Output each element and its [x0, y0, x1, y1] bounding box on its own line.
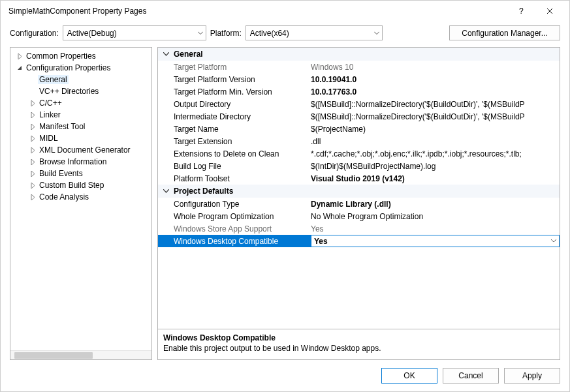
tree-item[interactable]: Configuration Properties	[10, 62, 151, 74]
expand-icon[interactable]	[27, 147, 38, 153]
cancel-button[interactable]: Cancel	[443, 368, 499, 384]
tree-item-label: MIDL	[38, 134, 59, 143]
property-row[interactable]: Windows Desktop CompatibleYes	[158, 235, 560, 247]
expand-icon[interactable]	[27, 183, 38, 188]
property-value: *.cdf;*.cache;*.obj;*.obj.enc;*.ilk;*.ip…	[311, 149, 560, 158]
collapse-icon[interactable]	[14, 65, 25, 71]
section-header[interactable]: Project Defaults	[158, 185, 560, 198]
tree-item[interactable]: Code Analysis	[10, 191, 151, 203]
expand-icon[interactable]	[27, 136, 38, 142]
tree-item-label: Common Properties	[25, 52, 97, 61]
tree-item[interactable]: Custom Build Step	[10, 179, 151, 191]
main-area: Common PropertiesConfiguration Propertie…	[1, 47, 569, 360]
property-name: Target Extension	[158, 137, 311, 146]
tree-item[interactable]: General	[10, 74, 151, 85]
tree-horizontal-scrollbar[interactable]	[10, 350, 151, 359]
help-icon: ?	[518, 8, 524, 14]
tree-item-label: Code Analysis	[38, 192, 90, 202]
property-row[interactable]: Whole Program OptimizationNo Whole Progr…	[158, 210, 560, 222]
close-button[interactable]	[535, 1, 564, 21]
property-name: Configuration Type	[158, 200, 311, 209]
property-row[interactable]: Intermediate Directory$([MSBuild]::Norma…	[158, 110, 560, 123]
property-row[interactable]: Target Extension.dll	[158, 135, 560, 147]
chevron-down-icon	[374, 31, 379, 35]
help-button[interactable]: ?	[507, 1, 535, 21]
dialog-footer: OK Cancel Apply	[1, 360, 569, 391]
property-row[interactable]: Build Log File$(IntDir)$(MSBuildProjectN…	[158, 160, 560, 172]
section-title: General	[174, 50, 203, 59]
apply-button[interactable]: Apply	[504, 368, 560, 384]
property-row[interactable]: Target Name$(ProjectName)	[158, 123, 560, 135]
tree-item[interactable]: Manifest Tool	[10, 121, 151, 132]
property-value: 10.0.17763.0	[311, 87, 560, 97]
expand-icon[interactable]	[27, 100, 38, 106]
expand-icon[interactable]	[27, 112, 38, 118]
expand-icon[interactable]	[27, 124, 38, 130]
property-value: $(ProjectName)	[311, 125, 560, 134]
configuration-dropdown[interactable]: Active(Debug)	[63, 25, 206, 40]
property-name: Output Directory	[158, 100, 311, 109]
property-name: Extensions to Delete on Clean	[158, 149, 311, 158]
tree-item-label: C/C++	[38, 98, 63, 108]
tree-item[interactable]: Browse Information	[10, 156, 151, 168]
tree-item[interactable]: MIDL	[10, 132, 151, 144]
svg-text:?: ?	[519, 8, 524, 14]
property-description: Windows Desktop Compatible Enable this p…	[157, 329, 560, 360]
tree-item-label: XML Document Generator	[38, 145, 132, 155]
ok-button[interactable]: OK	[381, 368, 437, 384]
property-row[interactable]: Output Directory$([MSBuild]::NormalizeDi…	[158, 98, 560, 110]
expand-icon[interactable]	[14, 53, 25, 59]
tree-item[interactable]: Build Events	[10, 168, 151, 179]
description-title: Windows Desktop Compatible	[163, 333, 554, 342]
property-grid[interactable]: GeneralTarget PlatformWindows 10Target P…	[157, 47, 560, 329]
property-value[interactable]: Yes	[311, 235, 560, 247]
property-value: Windows 10	[311, 63, 560, 72]
property-name: Target Name	[158, 125, 311, 134]
property-row[interactable]: Target Platform Version10.0.19041.0	[158, 73, 560, 85]
tree-item[interactable]: C/C++	[10, 97, 151, 109]
tree-item-label: Custom Build Step	[38, 181, 105, 190]
property-value: $([MSBuild]::NormalizeDirectory('$(Build…	[311, 112, 560, 121]
tree-item[interactable]: XML Document Generator	[10, 144, 151, 156]
property-name: Target Platform Min. Version	[158, 87, 311, 97]
ok-label: OK	[404, 371, 415, 380]
property-name: Build Log File	[158, 162, 311, 171]
expand-icon[interactable]	[27, 159, 38, 165]
section-title: Project Defaults	[174, 187, 233, 196]
close-icon	[546, 8, 553, 14]
property-value: 10.0.19041.0	[311, 75, 560, 84]
platform-dropdown[interactable]: Active(x64)	[245, 25, 383, 40]
property-row[interactable]: Configuration TypeDynamic Library (.dll)	[158, 198, 560, 210]
property-row[interactable]: Extensions to Delete on Clean*.cdf;*.cac…	[158, 147, 560, 160]
scrollbar-thumb[interactable]	[14, 352, 93, 359]
tree-item-label: Build Events	[38, 169, 84, 178]
tree-item[interactable]: Common Properties	[10, 50, 151, 62]
property-value: .dll	[311, 137, 560, 146]
tree-item[interactable]: Linker	[10, 109, 151, 121]
titlebar: SimpleMathComponent Property Pages ?	[1, 1, 569, 22]
category-tree-list[interactable]: Common PropertiesConfiguration Propertie…	[10, 48, 151, 350]
expand-icon[interactable]	[27, 194, 38, 200]
description-text: Enable this project output to be used in…	[163, 344, 554, 353]
section-header[interactable]: General	[158, 48, 560, 61]
property-row[interactable]: Platform ToolsetVisual Studio 2019 (v142…	[158, 172, 560, 185]
cancel-label: Cancel	[458, 371, 483, 380]
expand-icon[interactable]	[27, 171, 38, 177]
property-value: Dynamic Library (.dll)	[311, 200, 560, 209]
property-row[interactable]: Windows Store App SupportYes	[158, 222, 560, 235]
property-row[interactable]: Target Platform Min. Version10.0.17763.0	[158, 85, 560, 98]
tree-item-label: VC++ Directories	[38, 87, 100, 96]
tree-item[interactable]: VC++ Directories	[10, 85, 151, 97]
chevron-down-icon[interactable]	[551, 239, 556, 243]
property-name: Windows Store App Support	[158, 224, 311, 234]
configuration-manager-label: Configuration Manager...	[462, 29, 547, 38]
property-value: Yes	[311, 224, 560, 234]
property-value: Visual Studio 2019 (v142)	[311, 174, 560, 183]
platform-value: Active(x64)	[250, 29, 289, 38]
configuration-manager-button[interactable]: Configuration Manager...	[449, 25, 560, 40]
property-row[interactable]: Target PlatformWindows 10	[158, 61, 560, 73]
platform-label: Platform:	[210, 29, 242, 38]
tree-item-label: Browse Information	[38, 157, 108, 166]
property-name: Whole Program Optimization	[158, 212, 311, 221]
property-value: $(IntDir)$(MSBuildProjectName).log	[311, 162, 560, 171]
